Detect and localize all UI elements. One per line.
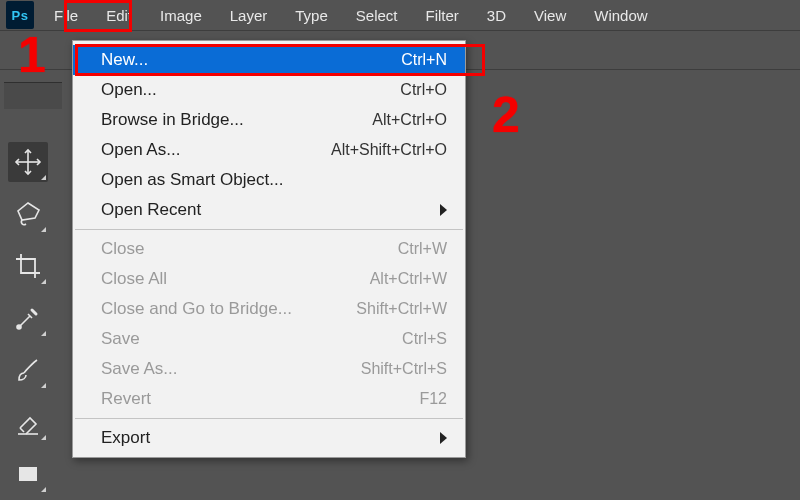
menu-item-label: New...: [101, 50, 297, 70]
menu-type[interactable]: Type: [281, 0, 342, 30]
menu-item-shortcut: Shift+Ctrl+S: [297, 360, 447, 378]
menu-item-open-as[interactable]: Open As... Alt+Shift+Ctrl+O: [73, 135, 465, 165]
menu-layer[interactable]: Layer: [216, 0, 282, 30]
menu-item-save: Save Ctrl+S: [73, 324, 465, 354]
tool-crop[interactable]: [8, 246, 48, 286]
menu-item-export[interactable]: Export: [73, 423, 465, 453]
tool-lasso[interactable]: [8, 194, 48, 234]
menu-item-label: Save: [101, 329, 297, 349]
menu-filter-label: Filter: [426, 7, 459, 24]
file-menu-dropdown: New... Ctrl+N Open... Ctrl+O Browse in B…: [72, 40, 466, 458]
menu-item-close-go-bridge: Close and Go to Bridge... Shift+Ctrl+W: [73, 294, 465, 324]
submenu-arrow-icon: [440, 432, 447, 444]
menu-item-open-as-smart-object[interactable]: Open as Smart Object...: [73, 165, 465, 195]
menu-item-shortcut: F12: [297, 390, 447, 408]
menu-item-label: Close: [101, 239, 297, 259]
tool-rectangle[interactable]: [8, 454, 48, 494]
menu-item-label: Open As...: [101, 140, 297, 160]
menu-item-shortcut: Ctrl+N: [297, 51, 447, 69]
menu-item-label: Export: [101, 428, 282, 448]
document-tab-placeholder: [4, 82, 62, 109]
menu-item-shortcut: Shift+Ctrl+W: [297, 300, 447, 318]
tools-panel: [4, 136, 52, 494]
menu-edit-label: Edit: [106, 7, 132, 24]
menu-item-label: Browse in Bridge...: [101, 110, 297, 130]
menu-3d[interactable]: 3D: [473, 0, 520, 30]
menu-window-label: Window: [594, 7, 647, 24]
menu-item-open-recent[interactable]: Open Recent: [73, 195, 465, 225]
tool-flyout-indicator-icon: [41, 383, 46, 388]
menu-view-label: View: [534, 7, 566, 24]
tool-eyedropper[interactable]: [8, 298, 48, 338]
menu-separator: [75, 229, 463, 230]
menu-file-label: File: [54, 7, 78, 24]
menu-type-label: Type: [295, 7, 328, 24]
menu-item-open[interactable]: Open... Ctrl+O: [73, 75, 465, 105]
tool-flyout-indicator-icon: [41, 435, 46, 440]
menu-item-browse-in-bridge[interactable]: Browse in Bridge... Alt+Ctrl+O: [73, 105, 465, 135]
tool-flyout-indicator-icon: [41, 227, 46, 232]
svg-point-3: [17, 325, 21, 329]
menu-select[interactable]: Select: [342, 0, 412, 30]
menu-filter[interactable]: Filter: [412, 0, 473, 30]
menu-edit[interactable]: Edit: [92, 0, 146, 30]
app-logo: Ps: [6, 1, 34, 29]
tool-flyout-indicator-icon: [41, 487, 46, 492]
menu-layer-label: Layer: [230, 7, 268, 24]
tool-flyout-indicator-icon: [41, 175, 46, 180]
menu-separator: [75, 418, 463, 419]
menu-item-shortcut: Ctrl+W: [297, 240, 447, 258]
submenu-arrow-icon: [440, 204, 447, 216]
tool-eraser[interactable]: [8, 402, 48, 442]
menu-3d-label: 3D: [487, 7, 506, 24]
svg-marker-2: [18, 203, 39, 220]
menu-item-label: Open as Smart Object...: [101, 170, 297, 190]
menu-select-label: Select: [356, 7, 398, 24]
menu-view[interactable]: View: [520, 0, 580, 30]
menu-item-shortcut: Alt+Ctrl+O: [297, 111, 447, 129]
svg-rect-5: [19, 467, 37, 481]
menu-item-label: Close and Go to Bridge...: [101, 299, 297, 319]
menu-item-label: Close All: [101, 269, 297, 289]
menu-item-revert: Revert F12: [73, 384, 465, 414]
tool-flyout-indicator-icon: [41, 331, 46, 336]
menu-item-shortcut: Alt+Ctrl+W: [297, 270, 447, 288]
menu-item-shortcut: Ctrl+O: [297, 81, 447, 99]
menu-item-label: Open...: [101, 80, 297, 100]
menu-item-label: Save As...: [101, 359, 297, 379]
tool-flyout-indicator-icon: [41, 279, 46, 284]
menu-item-close: Close Ctrl+W: [73, 234, 465, 264]
menu-file[interactable]: File: [40, 0, 92, 30]
app-logo-text: Ps: [12, 8, 29, 23]
menu-item-save-as: Save As... Shift+Ctrl+S: [73, 354, 465, 384]
menu-item-new[interactable]: New... Ctrl+N: [73, 45, 465, 75]
menu-item-shortcut: Alt+Shift+Ctrl+O: [297, 141, 447, 159]
tool-move[interactable]: [8, 142, 48, 182]
menu-bar: Ps File Edit Image Layer Type Select Fil…: [0, 0, 800, 30]
menu-item-label: Revert: [101, 389, 297, 409]
menu-item-shortcut: Ctrl+S: [297, 330, 447, 348]
menu-image-label: Image: [160, 7, 202, 24]
menu-image[interactable]: Image: [146, 0, 216, 30]
menu-item-label: Open Recent: [101, 200, 282, 220]
menu-item-close-all: Close All Alt+Ctrl+W: [73, 264, 465, 294]
tool-brush[interactable]: [8, 350, 48, 390]
menu-window[interactable]: Window: [580, 0, 661, 30]
